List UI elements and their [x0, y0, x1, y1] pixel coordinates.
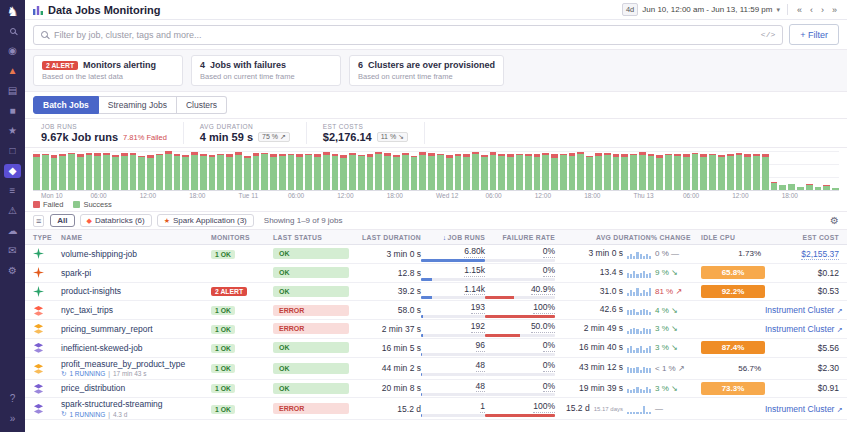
chart-bar[interactable]	[103, 153, 110, 190]
chart-bar[interactable]	[718, 155, 725, 190]
summary-card-monitors[interactable]: 2 ALERT Monitors alerting Based on the l…	[33, 55, 183, 86]
chart-bar[interactable]	[288, 154, 295, 190]
chart-bar[interactable]	[797, 187, 804, 190]
chart-bar[interactable]	[33, 154, 40, 190]
chart-bar[interactable]	[525, 154, 532, 190]
monitor-status-badge[interactable]: 2 ALERT	[211, 287, 247, 296]
software-catalog-icon[interactable]: ▲	[4, 64, 21, 78]
filter-pill-all[interactable]: All	[50, 214, 74, 227]
chart-bar[interactable]	[700, 154, 707, 190]
chart-bar[interactable]	[130, 153, 137, 190]
tab-clusters[interactable]: Clusters	[177, 96, 227, 114]
chart-bar[interactable]	[261, 153, 268, 190]
table-row[interactable]: profit_measure_by_product_type↻1 RUNNING…	[25, 358, 847, 380]
chart-bar[interactable]	[446, 155, 453, 190]
chart-bar[interactable]	[375, 152, 382, 190]
chart-bar[interactable]	[165, 151, 172, 190]
chart-bar[interactable]	[753, 154, 760, 190]
col-last-status[interactable]: LAST STATUS	[273, 234, 359, 241]
monitors-icon[interactable]: ★	[4, 124, 21, 138]
logs-icon[interactable]: ≡	[4, 184, 21, 198]
add-filter-button[interactable]: + Filter	[789, 24, 839, 45]
legend-failed[interactable]: Failed	[33, 200, 63, 209]
job-runs-value[interactable]: 1.15k	[464, 266, 485, 277]
table-row[interactable]: price_distribution1 OKOK20 min 8 s480%19…	[25, 380, 847, 399]
jump-forward-button[interactable]: »	[830, 5, 839, 15]
chart-bar[interactable]	[270, 154, 277, 190]
chart-bar[interactable]	[384, 153, 391, 190]
chart-bar[interactable]	[305, 154, 312, 190]
chart-bar[interactable]	[323, 152, 330, 190]
job-runs-value[interactable]: 193	[471, 303, 485, 314]
notebooks-icon[interactable]: ✉	[4, 244, 21, 258]
job-name-link[interactable]: volume-shipping-job	[61, 249, 137, 259]
chart-bar[interactable]	[823, 185, 830, 190]
table-row[interactable]: nyc_taxi_trips1 OKERROR58.0 s193100%42.6…	[25, 301, 847, 320]
chart-bar[interactable]	[639, 152, 646, 190]
est-cost-value[interactable]: $2,155.37	[801, 249, 839, 260]
dashboards-icon[interactable]: □	[4, 144, 21, 158]
data-jobs-icon[interactable]: ◆	[4, 164, 21, 178]
table-row[interactable]: pricing_summary_report1 OKERROR2 min 37 …	[25, 320, 847, 339]
chart-bar[interactable]	[42, 154, 49, 191]
instrument-cluster-link[interactable]: Instrument Cluster ↗	[765, 324, 843, 334]
jump-back-button[interactable]: «	[795, 5, 804, 15]
table-row[interactable]: inefficient-skewed-job1 OKOK16 min 5 s96…	[25, 339, 847, 358]
job-runs-value[interactable]: 48	[476, 382, 485, 393]
failure-rate-value[interactable]: 40.9%	[531, 285, 555, 296]
instrument-cluster-link[interactable]: Instrument Cluster ↗	[765, 404, 843, 414]
chart-bar[interactable]	[481, 155, 488, 190]
tab-streaming-jobs[interactable]: Streaming Jobs	[99, 96, 177, 114]
chart-bar[interactable]	[569, 153, 576, 190]
chart-bar[interactable]	[621, 154, 628, 190]
chart-bar[interactable]	[744, 154, 751, 190]
chart-bar[interactable]	[437, 154, 444, 190]
job-name-link[interactable]: inefficient-skewed-job	[61, 343, 143, 353]
chart-bar[interactable]	[156, 154, 163, 190]
chart-bar[interactable]	[112, 155, 119, 190]
host-map-icon[interactable]: ■	[4, 104, 21, 118]
chart-bar[interactable]	[604, 153, 611, 190]
chart-bar[interactable]	[656, 155, 663, 190]
chart-bar[interactable]	[832, 188, 839, 190]
watchdog-icon[interactable]: ◉	[4, 44, 21, 58]
job-runs-value[interactable]: 6.80k	[464, 247, 485, 258]
chart-bar[interactable]	[815, 187, 822, 190]
failure-rate-value[interactable]: 50.0%	[531, 322, 555, 333]
chart-bar[interactable]	[665, 154, 672, 190]
chart-bar[interactable]	[94, 153, 101, 190]
chart-bar[interactable]	[226, 154, 233, 190]
job-name-link[interactable]: nyc_taxi_trips	[61, 305, 113, 315]
chart-bar[interactable]	[498, 154, 505, 190]
chart-bar[interactable]	[762, 154, 769, 190]
failure-rate-value[interactable]: 0%	[543, 341, 555, 352]
chart-bar[interactable]	[191, 152, 198, 190]
job-name-link[interactable]: spark-structured-streaming	[61, 399, 163, 409]
failure-rate-value[interactable]: 0%	[543, 361, 555, 372]
chart-bar[interactable]	[727, 154, 734, 190]
chart-bar[interactable]	[393, 155, 400, 190]
chart-bar[interactable]	[507, 154, 514, 190]
chart-bar[interactable]	[577, 152, 584, 190]
gear-icon[interactable]: ⚙	[830, 215, 839, 226]
step-back-button[interactable]: ‹	[808, 5, 815, 15]
chart-bar[interactable]	[253, 153, 260, 190]
chart-bar[interactable]	[59, 154, 66, 190]
chart-bar[interactable]	[340, 155, 347, 190]
chart-bar[interactable]	[147, 155, 154, 190]
chart-bar[interactable]	[419, 152, 426, 190]
col-idle-cpu[interactable]: IDLE CPU	[701, 234, 765, 241]
col-change[interactable]: % CHANGE	[651, 234, 701, 241]
failure-rate-value[interactable]: 0%	[543, 266, 555, 277]
summary-card-failures[interactable]: 4 Jobs with failures Based on current ti…	[191, 55, 341, 86]
chart-bar[interactable]	[138, 156, 145, 190]
infrastructure-icon[interactable]: ▤	[4, 84, 21, 98]
chart-bar[interactable]	[209, 155, 216, 190]
col-est-cost[interactable]: EST COST	[765, 234, 839, 241]
col-avg-duration[interactable]: AVG DURATION	[555, 234, 651, 241]
chart-bar[interactable]	[595, 153, 602, 190]
chart-bar[interactable]	[296, 154, 303, 190]
chart-bar[interactable]	[542, 153, 549, 190]
chart-bar[interactable]	[332, 154, 339, 190]
filter-input[interactable]	[54, 30, 755, 40]
